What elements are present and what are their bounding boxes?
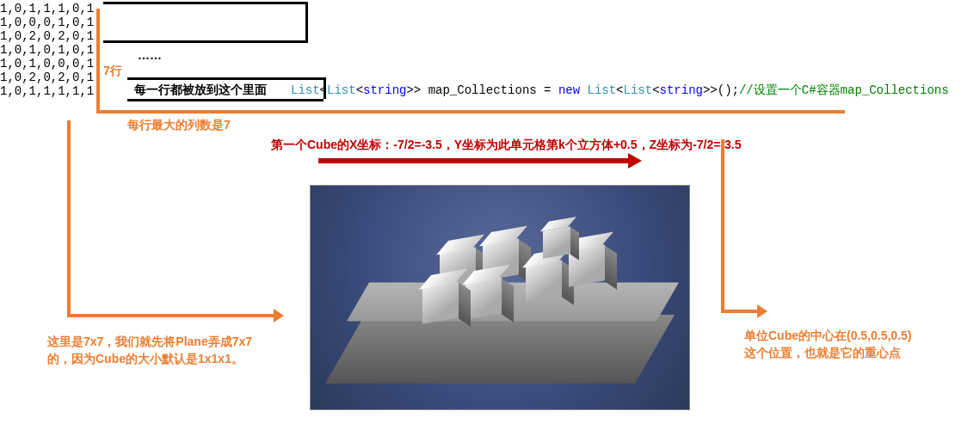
cube-shape [543, 226, 570, 259]
render-preview [310, 185, 690, 410]
orange-line-5 [721, 139, 724, 310]
ellipsis: …… [138, 48, 162, 62]
cube-center-description: 单位Cube的中心在(0.5,0.5,0.5) 这个位置，也就是它的重心点 [744, 327, 968, 361]
column-max-label: 每行最大的列数是7 [127, 118, 231, 133]
bracket-top [103, 2, 308, 4]
cube-shape [465, 277, 502, 319]
row-count-label: 7行 [103, 64, 122, 79]
orange-line-2 [96, 110, 845, 114]
red-arrow-head [628, 153, 642, 169]
row-description: 每一行都被放到这个里面 [134, 83, 267, 98]
bracket-top-right [305, 2, 308, 40]
orange-line-4 [67, 314, 274, 317]
code-line: List<List<string>> map_Collections = new… [291, 69, 949, 98]
bracket2-bottom [127, 99, 324, 101]
cube-shape [526, 260, 562, 302]
orange-line-1 [96, 9, 100, 112]
red-arrow-body [318, 158, 628, 163]
orange-arrow-right [757, 304, 767, 318]
orange-line-6 [721, 310, 757, 313]
cube-coordinate-text: 第一个Cube的X坐标：-7/2=-3.5，Y坐标为此单元格第k个立方体+0.5… [271, 138, 742, 153]
cube-shape [422, 281, 459, 323]
orange-arrow-left [274, 309, 284, 322]
orange-line-3 [67, 120, 71, 316]
map-data-rows: 1,0,1,1,1,0,1 1,0,0,0,1,0,1 1,0,2,0,2,0,… [0, 2, 94, 98]
plane-description: 这里是7x7，我们就先将Plane弄成7x7 的，因为Cube的大小默认是1x1… [47, 333, 297, 367]
base-block [325, 315, 675, 384]
bracket-bottom [103, 40, 308, 43]
